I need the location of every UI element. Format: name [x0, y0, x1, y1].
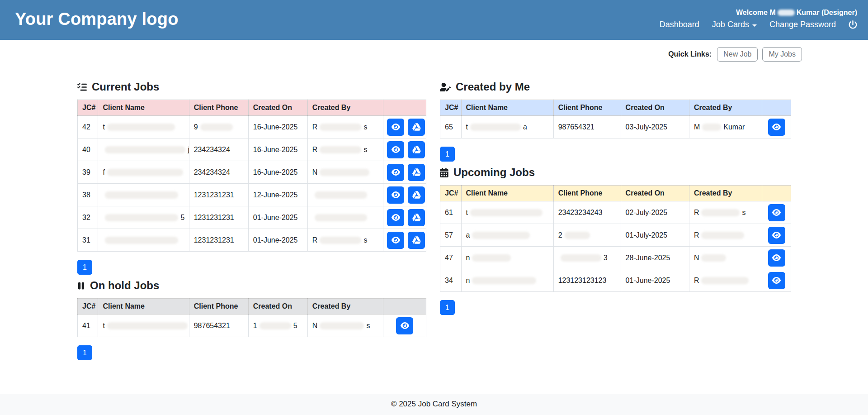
- google-drive-icon: [412, 168, 421, 176]
- cell-client-phone: 3: [553, 247, 621, 269]
- view-job-button[interactable]: [768, 204, 785, 221]
- view-job-button[interactable]: [387, 164, 404, 181]
- cell-client-phone: 987654321: [189, 315, 248, 337]
- quick-links-label: Quick Links:: [668, 50, 712, 58]
- drive-link-button[interactable]: [408, 209, 425, 226]
- cell-client-phone: 1231231231: [189, 184, 248, 206]
- view-job-button[interactable]: [387, 141, 404, 158]
- eye-icon: [772, 231, 781, 239]
- pagination-page-1[interactable]: 1: [77, 260, 92, 275]
- cell-client-name: j: [98, 138, 189, 161]
- pagination-page-1[interactable]: 1: [77, 345, 92, 360]
- view-job-button[interactable]: [387, 232, 404, 249]
- redacted-text: [320, 237, 361, 244]
- cell-created-on: 03-July-2025: [621, 116, 689, 138]
- column-header: Client Name: [98, 299, 189, 315]
- cell-jc: 42: [78, 116, 98, 138]
- cell-jc: 41: [78, 315, 98, 337]
- column-header: Created On: [248, 100, 307, 116]
- drive-link-button[interactable]: [408, 119, 425, 136]
- cell-client-phone: 1231231231: [189, 229, 248, 252]
- pagination-page-1[interactable]: 1: [440, 147, 455, 162]
- view-job-button[interactable]: [768, 249, 785, 267]
- column-header: JC#: [440, 100, 462, 116]
- company-logo: Your Company logo: [15, 10, 179, 29]
- logout-power-button[interactable]: [849, 20, 857, 29]
- section-upcoming-jobs: Upcoming Jobs JC#Client NameClient Phone…: [440, 166, 791, 315]
- cell-created-by: R: [689, 224, 762, 247]
- nav-job-cards-dropdown[interactable]: Job Cards: [712, 20, 757, 29]
- view-job-button[interactable]: [768, 227, 785, 244]
- column-header: Client Name: [98, 100, 189, 116]
- column-header: JC#: [440, 186, 462, 201]
- nav-dashboard[interactable]: Dashboard: [660, 20, 699, 29]
- column-header: Client Phone: [553, 100, 621, 116]
- redacted-text: [472, 254, 511, 262]
- redacted-text: [105, 191, 178, 199]
- redacted-text: [107, 124, 175, 131]
- drive-link-button[interactable]: [408, 141, 425, 158]
- pagination-page-1[interactable]: 1: [440, 300, 455, 315]
- redacted-text: [320, 169, 369, 176]
- my-jobs-button[interactable]: My Jobs: [762, 47, 802, 62]
- redacted-text: [320, 322, 364, 329]
- table-header-row: JC#Client NameClient PhoneCreated OnCrea…: [440, 100, 791, 116]
- cell-actions: [383, 116, 426, 138]
- user-pen-icon: [440, 82, 451, 92]
- on-hold-jobs-table: JC#Client NameClient PhoneCreated OnCrea…: [77, 298, 426, 337]
- cell-created-by: Rs: [307, 229, 383, 252]
- drive-link-button[interactable]: [408, 164, 425, 181]
- drive-link-button[interactable]: [408, 186, 425, 204]
- cell-actions: [383, 229, 426, 252]
- column-header: [383, 299, 426, 315]
- column-header: Client Phone: [553, 186, 621, 201]
- section-current-jobs: Current Jobs JC#Client NameClient PhoneC…: [77, 81, 426, 275]
- new-job-button[interactable]: New Job: [717, 47, 758, 62]
- view-job-button[interactable]: [768, 119, 785, 136]
- chevron-down-icon: [752, 24, 757, 27]
- eye-icon: [392, 123, 400, 131]
- dashboard-content: Current Jobs JC#Client NameClient PhoneC…: [0, 62, 868, 394]
- copyright-text: © 2025 Job Card System: [391, 400, 477, 408]
- view-job-button[interactable]: [387, 186, 404, 204]
- redacted-text: [702, 124, 721, 131]
- cell-client-name: f: [98, 161, 189, 184]
- table-header-row: JC#Client NameClient PhoneCreated OnCrea…: [78, 299, 426, 315]
- cell-created-on: 28-June-2025: [621, 247, 689, 269]
- google-drive-icon: [412, 236, 421, 244]
- column-header: Client Phone: [189, 100, 248, 116]
- redacted-text: [105, 146, 185, 153]
- cell-created-by: MKumar: [689, 116, 762, 138]
- redacted-text: [561, 254, 601, 262]
- cell-actions: [762, 247, 791, 269]
- cell-client-phone: 987654321: [553, 116, 621, 138]
- column-header: JC#: [78, 299, 98, 315]
- view-job-button[interactable]: [768, 272, 785, 289]
- cell-client-name: [98, 184, 189, 206]
- view-job-button[interactable]: [396, 317, 413, 334]
- created-by-me-title: Created by Me: [440, 81, 791, 93]
- column-header: Created By: [307, 299, 383, 315]
- table-row: 42t916-June-2025Rs: [78, 116, 426, 138]
- nav-change-password[interactable]: Change Password: [769, 20, 836, 29]
- cell-actions: [383, 138, 426, 161]
- cell-client-phone: 9: [189, 116, 248, 138]
- view-job-button[interactable]: [387, 209, 404, 226]
- table-row: 65ta98765432103-July-2025MKumar: [440, 116, 791, 138]
- cell-created-on: 01-June-2025: [248, 229, 307, 252]
- column-header: JC#: [78, 100, 98, 116]
- main-nav: Dashboard Job Cards Change Password: [660, 20, 857, 29]
- redacted-text: [701, 277, 749, 284]
- cell-actions: [383, 161, 426, 184]
- column-header: Created On: [621, 186, 689, 201]
- cell-actions: [762, 116, 791, 138]
- cell-jc: 31: [78, 229, 98, 252]
- redacted-text: [320, 124, 361, 131]
- cell-created-by: N: [307, 161, 383, 184]
- cell-jc: 40: [78, 138, 98, 161]
- redacted-text: [472, 277, 536, 284]
- view-job-button[interactable]: [387, 119, 404, 136]
- drive-link-button[interactable]: [408, 232, 425, 249]
- eye-icon: [392, 145, 400, 154]
- column-header: Created By: [689, 100, 762, 116]
